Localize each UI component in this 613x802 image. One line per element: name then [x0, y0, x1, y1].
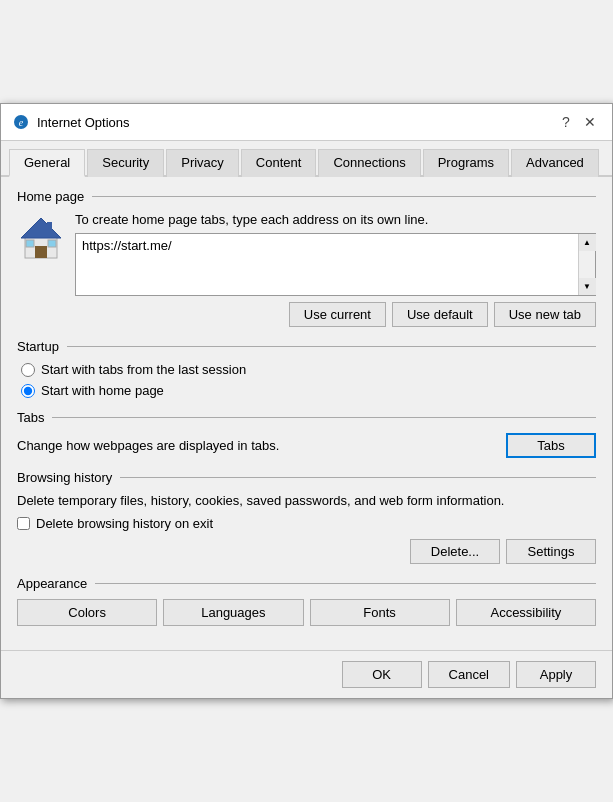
tab-general[interactable]: General — [9, 149, 85, 177]
svg-text:e: e — [19, 117, 24, 128]
tab-advanced[interactable]: Advanced — [511, 149, 599, 177]
bottom-bar: OK Cancel Apply — [1, 650, 612, 698]
home-buttons: Use current Use default Use new tab — [75, 302, 596, 327]
startup-section: Startup Start with tabs from the last se… — [17, 339, 596, 398]
use-new-tab-button[interactable]: Use new tab — [494, 302, 596, 327]
startup-header: Startup — [17, 339, 596, 354]
history-buttons: Delete... Settings — [17, 539, 596, 564]
home-page-section: Home page To create — [17, 189, 596, 327]
tabs-settings-button[interactable]: Tabs — [506, 433, 596, 458]
main-content: Home page To create — [1, 177, 612, 650]
browsing-description: Delete temporary files, history, cookies… — [17, 493, 596, 508]
fonts-button[interactable]: Fonts — [310, 599, 450, 626]
help-button[interactable]: ? — [556, 112, 576, 132]
cancel-button[interactable]: Cancel — [428, 661, 510, 688]
delete-button[interactable]: Delete... — [410, 539, 500, 564]
svg-rect-6 — [48, 240, 56, 247]
browsing-history-header: Browsing history — [17, 470, 596, 485]
use-current-button[interactable]: Use current — [289, 302, 386, 327]
tab-privacy[interactable]: Privacy — [166, 149, 239, 177]
tabs-description: Change how webpages are displayed in tab… — [17, 438, 279, 453]
languages-button[interactable]: Languages — [163, 599, 303, 626]
use-default-button[interactable]: Use default — [392, 302, 488, 327]
startup-radio-group: Start with tabs from the last session St… — [21, 362, 596, 398]
appearance-section: Appearance Colors Languages Fonts Access… — [17, 576, 596, 626]
apply-button[interactable]: Apply — [516, 661, 596, 688]
title-bar-left: e Internet Options — [13, 114, 130, 130]
home-page-right: To create home page tabs, type each addr… — [75, 212, 596, 327]
delete-history-checkbox[interactable] — [17, 517, 30, 530]
svg-rect-5 — [26, 240, 34, 247]
tabs-config-header: Tabs — [17, 410, 596, 425]
textarea-scrollbar: ▲ ▼ — [578, 234, 595, 295]
internet-options-dialog: e Internet Options ? ✕ General Security … — [0, 103, 613, 699]
scroll-down-arrow[interactable]: ▼ — [579, 278, 596, 295]
title-bar: e Internet Options ? ✕ — [1, 104, 612, 141]
accessibility-button[interactable]: Accessibility — [456, 599, 596, 626]
home-page-inner: To create home page tabs, type each addr… — [17, 212, 596, 327]
delete-history-checkbox-label[interactable]: Delete browsing history on exit — [17, 516, 596, 531]
browsing-history-section: Browsing history Delete temporary files,… — [17, 470, 596, 564]
home-page-header: Home page — [17, 189, 596, 204]
title-bar-controls: ? ✕ — [556, 112, 600, 132]
home-page-textarea-wrapper: https://start.me/ ▲ ▼ — [75, 233, 596, 296]
appearance-buttons: Colors Languages Fonts Accessibility — [17, 599, 596, 626]
startup-option1-radio[interactable] — [21, 363, 35, 377]
tab-bar: General Security Privacy Content Connect… — [1, 141, 612, 177]
svg-rect-7 — [47, 222, 52, 232]
ok-button[interactable]: OK — [342, 661, 422, 688]
tab-content[interactable]: Content — [241, 149, 317, 177]
startup-option1-label[interactable]: Start with tabs from the last session — [21, 362, 596, 377]
dialog-title: Internet Options — [37, 115, 130, 130]
tab-security[interactable]: Security — [87, 149, 164, 177]
close-button[interactable]: ✕ — [580, 112, 600, 132]
home-page-description: To create home page tabs, type each addr… — [75, 212, 596, 227]
appearance-header: Appearance — [17, 576, 596, 591]
tab-programs[interactable]: Programs — [423, 149, 509, 177]
house-icon — [17, 212, 65, 260]
tab-connections[interactable]: Connections — [318, 149, 420, 177]
startup-option2-radio[interactable] — [21, 384, 35, 398]
tabs-row: Change how webpages are displayed in tab… — [17, 433, 596, 458]
svg-rect-4 — [35, 246, 47, 258]
app-icon: e — [13, 114, 29, 130]
scroll-up-arrow[interactable]: ▲ — [579, 234, 596, 251]
svg-marker-3 — [21, 218, 61, 238]
home-page-url-input[interactable]: https://start.me/ — [76, 234, 595, 292]
settings-button[interactable]: Settings — [506, 539, 596, 564]
startup-option2-label[interactable]: Start with home page — [21, 383, 596, 398]
colors-button[interactable]: Colors — [17, 599, 157, 626]
tabs-config-section: Tabs Change how webpages are displayed i… — [17, 410, 596, 458]
